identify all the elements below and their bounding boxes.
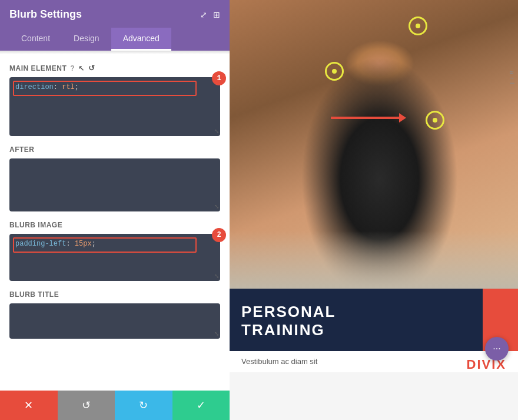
panel-title: Blurb Settings	[9, 8, 82, 21]
tab-content[interactable]: Content	[9, 28, 62, 51]
badge-2: 2	[212, 228, 226, 242]
bottom-toolbar: ✕ ↺ ↻ ✓	[0, 391, 230, 420]
undo-button[interactable]: ↺	[58, 391, 115, 420]
expand-icon[interactable]: ⤢	[200, 10, 207, 19]
tab-design[interactable]: Design	[62, 28, 111, 51]
main-element-label: Main Element ? ↖ ↺	[9, 64, 220, 72]
resize-handle-blurb-image[interactable]: ⤡	[214, 273, 219, 280]
blurb-title-editor-wrapper: ⤡	[9, 303, 220, 339]
description-section: Vestibulum ac diam sit DIVIX	[230, 351, 518, 372]
main-element-reset-icon[interactable]: ↺	[88, 64, 95, 72]
blurb-image-section: Blurb Image padding-left: 15px; 2 ⤡	[9, 221, 220, 281]
annotation-circle-3	[426, 111, 444, 130]
description-text: Vestibulum ac diam sit	[241, 357, 317, 366]
red-arrow	[331, 117, 401, 119]
after-editor-wrapper: ⤡	[9, 158, 220, 211]
right-panel: a r l PERSONAL TRAINING Vestibulum ac di…	[230, 0, 518, 420]
blurb-image-label: Blurb Image	[9, 221, 220, 229]
tabs-row: Content Design Advanced	[9, 28, 220, 51]
after-editor[interactable]: ⤡	[9, 158, 220, 211]
title-row: Blurb Settings ⤢ ⊞	[9, 8, 220, 21]
redo-button[interactable]: ↻	[115, 391, 172, 420]
main-element-editor-wrapper: direction: rtl; 1 ⤡	[9, 77, 220, 136]
panel-title-icons: ⤢ ⊞	[200, 10, 220, 19]
panel-header: Blurb Settings ⤢ ⊞ Content Design Advanc…	[0, 0, 230, 51]
photo-layer	[230, 0, 518, 289]
training-title: PERSONAL TRAINING	[241, 303, 506, 339]
main-element-section: Main Element ? ↖ ↺ direction: rtl; 1 ⤡	[9, 64, 220, 136]
css-prop-direction: direction	[15, 83, 54, 91]
dark-section: PERSONAL TRAINING	[230, 289, 518, 351]
tab-advanced[interactable]: Advanced	[111, 28, 171, 51]
cancel-button[interactable]: ✕	[0, 391, 58, 420]
after-label: After	[9, 145, 220, 154]
preview-wrapper: a r l PERSONAL TRAINING Vestibulum ac di…	[230, 0, 518, 372]
blurb-title-editor[interactable]: ⤡	[9, 303, 220, 339]
blurb-image-editor-wrapper: padding-left: 15px; 2 ⤡	[9, 234, 220, 281]
css-prop-padding-left: padding-left	[15, 240, 66, 248]
left-panel: Blurb Settings ⤢ ⊞ Content Design Advanc…	[0, 0, 230, 420]
css-val-15px: 15px	[75, 240, 92, 248]
main-element-help-icon[interactable]: ?	[70, 64, 75, 72]
main-element-cursor-icon[interactable]: ↖	[78, 64, 85, 72]
side-text: a r l	[509, 71, 516, 84]
after-section: After ⤡	[9, 145, 220, 211]
save-button[interactable]: ✓	[172, 391, 230, 420]
css-val-rtl: rtl	[62, 83, 75, 91]
panel-body: Main Element ? ↖ ↺ direction: rtl; 1 ⤡ A…	[0, 54, 230, 391]
layout-icon[interactable]: ⊞	[213, 10, 220, 19]
annotation-circle-1	[409, 16, 427, 35]
blurb-title-section: Blurb Title ⤡	[9, 290, 220, 339]
annotation-circle-2	[325, 62, 344, 81]
main-element-editor[interactable]: direction: rtl; 1 ⤡	[9, 77, 220, 136]
resize-handle-main[interactable]: ⤡	[214, 128, 219, 135]
blurb-image-editor[interactable]: padding-left: 15px; 2 ⤡	[9, 234, 220, 281]
badge-1: 1	[212, 71, 226, 85]
resize-handle-blurb-title[interactable]: ⤡	[214, 330, 219, 338]
resize-handle-after[interactable]: ⤡	[214, 203, 219, 210]
preview-photo: a r l	[230, 0, 518, 289]
blurb-title-label: Blurb Title	[9, 290, 220, 299]
